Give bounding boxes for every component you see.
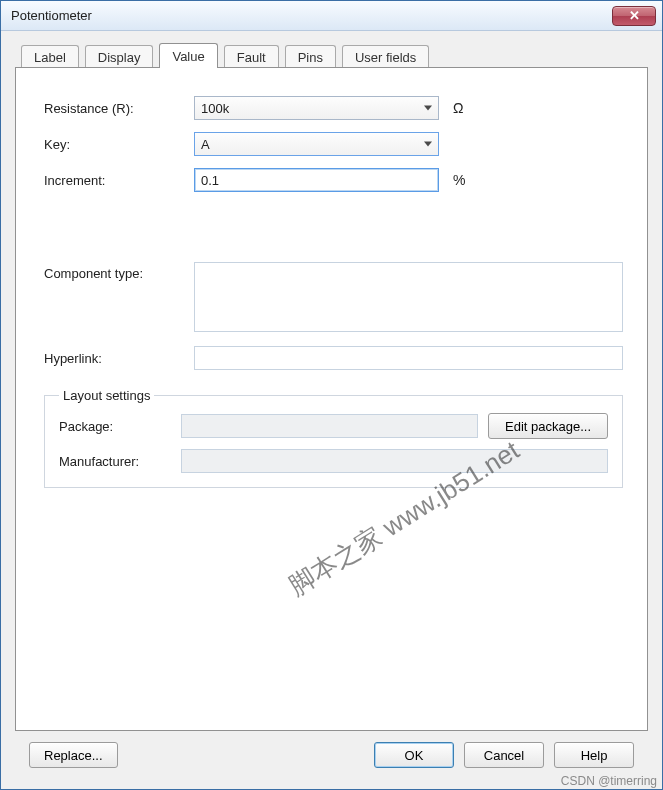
key-row: Key: A [44, 132, 623, 156]
increment-label: Increment: [44, 173, 194, 188]
component-type-input[interactable] [194, 262, 623, 332]
resistance-row: Resistance (R): 100k Ω [44, 96, 623, 120]
spacer [44, 204, 623, 262]
key-combo[interactable]: A [194, 132, 439, 156]
layout-settings-legend: Layout settings [59, 388, 154, 403]
tab-panel-value: Resistance (R): 100k Ω Key: A Increment:… [15, 67, 648, 731]
increment-row: Increment: 0.1 % [44, 168, 623, 192]
cancel-button[interactable]: Cancel [464, 742, 544, 768]
dialog-footer: Replace... OK Cancel Help [15, 731, 648, 779]
tab-user-fields[interactable]: User fields [342, 45, 429, 68]
manufacturer-field [181, 449, 608, 473]
resistance-combo[interactable]: 100k [194, 96, 439, 120]
tab-pins[interactable]: Pins [285, 45, 336, 68]
manufacturer-row: Manufacturer: [59, 449, 608, 473]
increment-value: 0.1 [201, 173, 219, 188]
window-title: Potentiometer [7, 8, 612, 23]
edit-package-button[interactable]: Edit package... [488, 413, 608, 439]
tab-strip: Label Display Value Fault Pins User fiel… [15, 41, 648, 67]
package-row: Package: Edit package... [59, 413, 608, 439]
tab-label[interactable]: Label [21, 45, 79, 68]
titlebar: Potentiometer ✕ [1, 1, 662, 31]
tab-display[interactable]: Display [85, 45, 154, 68]
chevron-down-icon [424, 142, 432, 147]
component-type-row: Component type: [44, 262, 623, 332]
tab-fault[interactable]: Fault [224, 45, 279, 68]
ok-button[interactable]: OK [374, 742, 454, 768]
increment-unit: % [453, 172, 465, 188]
replace-button[interactable]: Replace... [29, 742, 118, 768]
package-label: Package: [59, 419, 181, 434]
resistance-value: 100k [201, 101, 229, 116]
hyperlink-label: Hyperlink: [44, 351, 194, 366]
close-icon: ✕ [629, 8, 640, 23]
close-button[interactable]: ✕ [612, 6, 656, 26]
layout-settings-group: Layout settings Package: Edit package...… [44, 388, 623, 488]
manufacturer-label: Manufacturer: [59, 454, 181, 469]
key-label: Key: [44, 137, 194, 152]
component-type-label: Component type: [44, 262, 194, 332]
hyperlink-row: Hyperlink: [44, 346, 623, 370]
client-area: Label Display Value Fault Pins User fiel… [1, 31, 662, 789]
increment-input[interactable]: 0.1 [194, 168, 439, 192]
resistance-unit: Ω [453, 100, 463, 116]
dialog-window: Potentiometer ✕ Label Display Value Faul… [0, 0, 663, 790]
hyperlink-input[interactable] [194, 346, 623, 370]
tab-value[interactable]: Value [159, 43, 217, 68]
package-field [181, 414, 478, 438]
key-value: A [201, 137, 210, 152]
resistance-label: Resistance (R): [44, 101, 194, 116]
chevron-down-icon [424, 106, 432, 111]
help-button[interactable]: Help [554, 742, 634, 768]
